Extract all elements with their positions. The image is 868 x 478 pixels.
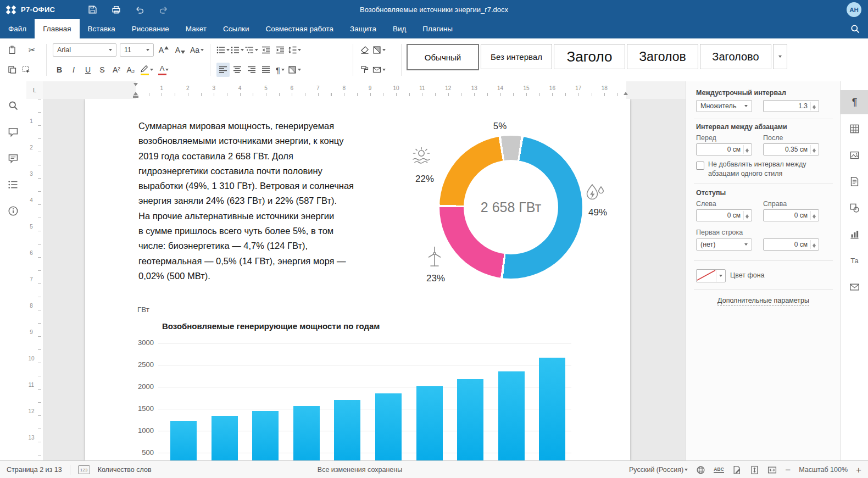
spacing-before-spinner[interactable] (743, 145, 750, 154)
indent-left-input[interactable]: 0 см (696, 209, 752, 221)
decrease-indent-button[interactable] (259, 43, 272, 57)
italic-button[interactable]: I (67, 63, 80, 77)
superscript-button[interactable]: A² (110, 63, 123, 77)
change-case-button[interactable]: Aa (190, 43, 204, 57)
tab-protection[interactable]: Защита (342, 19, 385, 38)
align-left-button[interactable] (216, 63, 230, 77)
styles-gallery-expand[interactable] (773, 44, 787, 69)
fit-page-icon[interactable] (750, 465, 759, 475)
save-icon[interactable] (88, 5, 97, 14)
clear-style-button[interactable] (358, 43, 371, 57)
paragraph-shading-button[interactable] (288, 63, 301, 77)
align-justify-button[interactable] (259, 63, 272, 77)
spellcheck-icon[interactable]: ABC (714, 466, 724, 473)
first-line-select[interactable]: (нет) (696, 238, 752, 251)
tab-plugins[interactable]: Плагины (414, 19, 461, 38)
avatar[interactable]: АН (847, 2, 861, 17)
style-normal[interactable]: Обычный (407, 44, 479, 70)
tab-file[interactable]: Файл (0, 19, 35, 38)
text-art-settings-icon[interactable]: Та (841, 248, 868, 273)
horizontal-ruler[interactable]: 123456789101112131415161718 (43, 81, 686, 99)
style-no-spacing[interactable]: Без интервал (481, 44, 552, 69)
spacing-after-spinner[interactable] (810, 145, 817, 154)
redo-icon[interactable] (159, 5, 168, 14)
background-color-picker[interactable] (696, 269, 726, 282)
find-icon[interactable] (8, 100, 19, 111)
strikethrough-button[interactable]: S (96, 63, 109, 77)
zoom-level[interactable]: Масштаб 100% (799, 466, 848, 474)
image-settings-icon[interactable] (841, 143, 868, 167)
paragraph-settings-icon[interactable]: ¶ (841, 90, 868, 114)
right-indent-marker[interactable] (624, 92, 628, 95)
tab-home[interactable]: Главная (35, 19, 79, 38)
bullets-button[interactable] (216, 43, 230, 57)
mail-merge-settings-icon[interactable] (841, 275, 868, 299)
paste-button[interactable] (5, 43, 19, 57)
body-paragraph[interactable]: Суммарная мировая мощность, генерируемая… (138, 119, 401, 284)
document-page[interactable]: Суммарная мировая мощность, генерируемая… (85, 99, 630, 460)
cut-button[interactable]: ✂ (20, 43, 36, 57)
no-spacing-same-style-checkbox[interactable] (696, 162, 704, 170)
underline-button[interactable]: U (81, 63, 94, 77)
navigation-icon[interactable] (8, 179, 19, 190)
donut-chart[interactable]: 2 658 ГВт (439, 136, 582, 279)
comments-icon[interactable] (8, 126, 19, 137)
shading-button[interactable] (372, 43, 386, 57)
tab-view[interactable]: Вид (385, 19, 414, 38)
indent-left-spinner[interactable] (743, 211, 750, 220)
vertical-ruler[interactable]: 12345678910111213 (26, 99, 43, 460)
align-center-button[interactable] (231, 63, 244, 77)
undo-icon[interactable] (135, 5, 144, 14)
spacing-before-input[interactable]: 0 см (696, 143, 752, 155)
line-spacing-value-input[interactable]: 1.3 (763, 100, 819, 112)
style-heading2[interactable]: Заголов (627, 44, 698, 69)
font-size-select[interactable]: 11 (120, 43, 154, 57)
zoom-out-button[interactable]: − (785, 465, 791, 475)
nonprinting-chars-button[interactable]: ¶ (274, 63, 287, 77)
increase-indent-button[interactable] (274, 43, 287, 57)
line-spacing-spinner[interactable] (810, 102, 817, 110)
track-changes-icon[interactable] (732, 465, 742, 475)
multilevel-list-button[interactable] (245, 43, 258, 57)
font-color-button[interactable]: A (156, 63, 173, 77)
line-spacing-button[interactable] (288, 43, 301, 57)
language-select[interactable]: Русский (Россия) (629, 466, 688, 474)
header-footer-settings-icon[interactable] (841, 169, 868, 193)
style-heading1[interactable]: Заголо (554, 44, 625, 69)
tab-draw[interactable]: Рисование (124, 19, 177, 38)
select-all-button[interactable] (20, 63, 33, 77)
mail-merge-button[interactable] (372, 63, 386, 77)
font-name-select[interactable]: Arial (53, 43, 116, 57)
search-icon[interactable] (850, 24, 860, 34)
align-right-button[interactable] (245, 63, 258, 77)
style-heading3[interactable]: Заголово (700, 44, 771, 69)
indent-right-input[interactable]: 0 см (763, 209, 819, 221)
line-spacing-type-select[interactable]: Множитель (696, 100, 752, 112)
subscript-button[interactable]: A₂ (124, 63, 137, 77)
indent-right-spinner[interactable] (810, 211, 817, 220)
feedback-icon[interactable] (8, 153, 19, 164)
tab-collaboration[interactable]: Совместная работа (258, 19, 342, 38)
chart-settings-icon[interactable] (841, 222, 868, 246)
print-icon[interactable] (112, 5, 121, 14)
word-count-label[interactable]: Количество слов (98, 466, 152, 474)
fit-width-icon[interactable] (767, 465, 777, 475)
copy-style-button[interactable] (358, 63, 371, 77)
numbering-button[interactable] (231, 43, 244, 57)
left-indent-marker[interactable] (133, 92, 138, 95)
first-line-size-input[interactable]: 0 см (763, 238, 819, 251)
about-icon[interactable] (8, 205, 19, 216)
zoom-in-button[interactable]: + (856, 465, 861, 475)
spacing-after-input[interactable]: 0.35 см (763, 143, 819, 155)
set-language-icon[interactable] (696, 465, 705, 475)
document-canvas[interactable]: Суммарная мировая мощность, генерируемая… (43, 99, 686, 460)
left-margin-marker[interactable] (133, 96, 138, 98)
decrease-font-button[interactable]: A (174, 43, 187, 57)
tab-references[interactable]: Ссылки (215, 19, 258, 38)
bold-button[interactable]: B (53, 63, 66, 77)
tab-stop-selector[interactable]: L (26, 81, 43, 99)
advanced-settings-link[interactable]: Дополнительные параметры (686, 297, 841, 304)
highlight-color-button[interactable] (138, 63, 155, 77)
tab-layout[interactable]: Макет (177, 19, 215, 38)
page-indicator[interactable]: Страница 2 из 13 (7, 466, 62, 474)
